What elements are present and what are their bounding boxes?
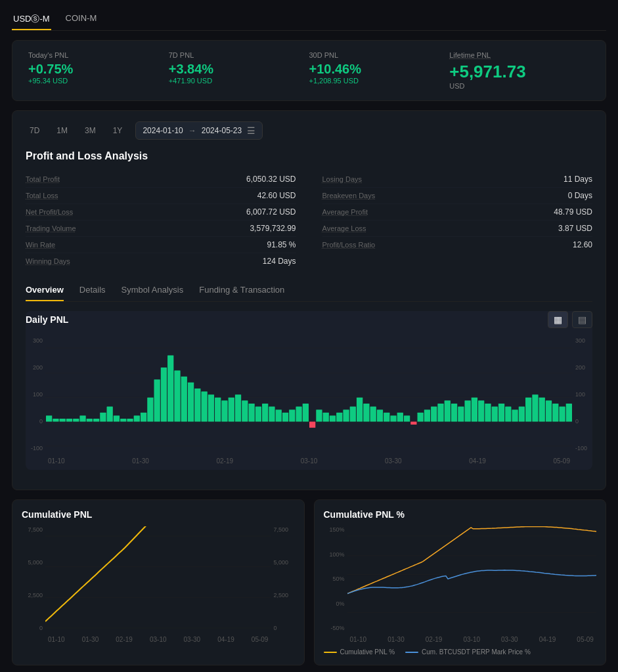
lifetime-pnl-currency: USD [449,82,590,90]
tab-overview[interactable]: Overview [26,280,64,301]
svg-rect-74 [512,410,518,421]
stat-breakeven-days: Breakeven Days 0 Days [322,188,593,204]
svg-rect-43 [303,404,309,422]
analysis-title: Profit and Loss Analysis [26,150,592,162]
tab-symbol-analysis[interactable]: Symbol Analysis [121,280,184,301]
thirty-day-pnl-sub: +1,208.95 USD [309,77,450,85]
daily-pnl-header: Daily PNL ▦ ▤ [26,311,592,328]
tab-details[interactable]: Details [79,280,106,301]
pct-y-axis: 150% 100% 50% 0% -50% [324,526,347,643]
today-pnl-sub: +95.34 USD [28,77,169,85]
bar-chart-btn[interactable]: ▦ [548,311,568,328]
stat-net-profit-label: Net Profit/Loss [26,208,73,216]
svg-rect-59 [410,422,416,425]
svg-rect-56 [390,415,396,421]
svg-rect-27 [194,388,200,421]
stat-win-rate-value: 91.85 % [267,240,296,249]
svg-rect-65 [451,404,457,422]
period-3m[interactable]: 3M [81,124,100,137]
thirty-day-pnl-value: +10.46% [309,62,450,77]
tab-funding[interactable]: Funding & Transaction [199,280,284,301]
date-end: 2024-05-23 [202,126,242,135]
svg-rect-19 [141,413,146,422]
stat-net-profit-value: 6,007.72 USD [246,207,296,217]
tab-usd-m[interactable]: USDⓢ-M [12,9,51,30]
seven-day-pnl-value: +3.84% [169,62,309,77]
y-axis-right: 300 200 100 0 -100 [573,335,592,465]
svg-rect-44 [309,422,315,428]
svg-rect-40 [282,413,288,422]
svg-rect-48 [336,413,342,422]
svg-rect-20 [147,398,153,422]
today-pnl-value: +0.75% [28,62,169,77]
stat-losing-days: Losing Days 11 Days [322,171,593,188]
period-7d[interactable]: 7D [26,124,43,137]
stat-losing-days-value: 11 Days [563,175,592,184]
svg-rect-34 [242,400,248,421]
stat-avg-profit-value: 48.79 USD [554,207,592,217]
stat-winning-days: Winning Days 124 Days [26,253,296,269]
svg-rect-50 [350,407,356,422]
svg-rect-47 [330,415,336,421]
stat-pnl-ratio-label: Profit/Loss Ratio [322,241,376,249]
pct-chart-svg-wrap: 01-10 01-30 02-19 03-10 03-30 04-19 05-0… [347,526,597,643]
period-1m[interactable]: 1M [53,124,72,137]
svg-rect-11 [87,419,93,422]
date-range-row: 7D 1M 3M 1Y 2024-01-10 → 2024-05-23 ☰ [26,121,592,140]
table-btn[interactable]: ▤ [572,311,592,328]
cumulative-pnl-area: 7,500 5,000 2,500 0 01-10 01-30 02-19 03… [22,526,295,643]
svg-rect-28 [201,392,207,422]
tab-coin-m[interactable]: COIN-M [64,9,99,30]
svg-rect-17 [127,419,133,422]
svg-rect-36 [255,407,261,422]
legend-label-btcusdt: Cum. BTCUSDT PERP Mark Price % [422,648,531,656]
svg-rect-60 [418,413,424,422]
legend-dot-blue [405,652,418,653]
svg-rect-73 [505,407,511,422]
daily-pnl-section: Daily PNL ▦ ▤ 300 200 100 0 -100 [26,311,592,470]
svg-rect-68 [472,398,477,422]
svg-rect-7 [60,419,66,422]
stat-avg-loss-label: Average Loss [322,224,366,232]
cum-chart-svg-wrap: 01-10 01-30 02-19 03-10 03-30 04-19 05-0… [45,526,271,643]
today-pnl: Today's PNL +0.75% +95.34 USD [28,51,169,90]
stat-winning-days-value: 124 Days [263,257,296,266]
bar-chart-svg [45,335,573,453]
date-range-picker[interactable]: 2024-01-10 → 2024-05-23 ☰ [135,121,263,140]
svg-rect-45 [316,410,322,421]
svg-rect-32 [229,398,234,422]
top-nav-tabs: USDⓢ-M COIN-M [12,9,606,31]
stat-win-rate: Win Rate 91.85 % [26,237,296,253]
svg-rect-33 [235,394,241,421]
date-start: 2024-01-10 [143,126,183,135]
lifetime-pnl: Lifetime PNL +5,971.73 USD [449,51,590,90]
svg-rect-67 [464,400,470,421]
calendar-icon: ☰ [247,125,255,136]
svg-rect-35 [248,404,254,422]
svg-rect-53 [370,407,376,422]
stat-total-profit-value: 6,050.32 USD [246,175,296,184]
cumulative-pct-area: 150% 100% 50% 0% -50% 01-10 01-30 02-19 … [324,526,597,643]
svg-rect-77 [532,394,538,421]
stat-winning-days-label: Winning Days [26,257,70,265]
svg-rect-26 [188,383,194,422]
cum-x-labels: 01-10 01-30 02-19 03-10 03-30 04-19 05-0… [45,636,271,643]
svg-rect-79 [546,400,552,421]
analysis-card: 7D 1M 3M 1Y 2024-01-10 → 2024-05-23 ☰ Pr… [12,110,606,490]
stat-avg-loss-value: 3.87 USD [558,224,592,233]
daily-pnl-title: Daily PNL [26,314,68,325]
stat-total-loss: Total Loss 42.60 USD [26,188,296,204]
svg-rect-78 [539,398,545,422]
svg-rect-63 [437,404,443,422]
cumulative-pnl-svg [45,526,271,631]
svg-rect-51 [357,398,363,422]
legend-dot-gold [324,652,337,653]
y-axis-left: 300 200 100 0 -100 [26,335,45,465]
svg-rect-29 [208,394,214,421]
svg-rect-69 [478,400,484,421]
svg-rect-8 [66,419,72,422]
svg-rect-16 [120,419,126,422]
seven-day-pnl: 7D PNL +3.84% +471.90 USD [169,51,309,90]
stat-avg-loss: Average Loss 3.87 USD [322,220,593,237]
period-1y[interactable]: 1Y [109,124,127,137]
